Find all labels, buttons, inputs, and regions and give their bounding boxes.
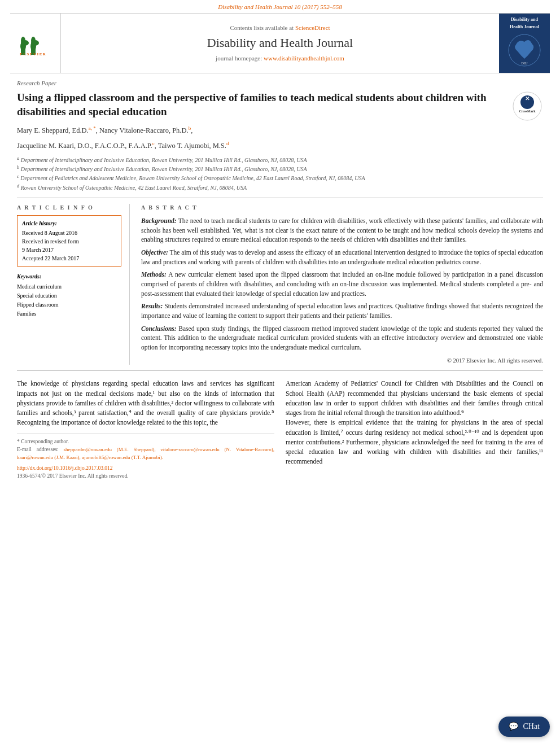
footnotes: * Corresponding author. E-mail addresses… [17, 434, 274, 480]
keyword-item: Medical curriculum [17, 282, 121, 291]
affiliation-item: c Department of Pediatrics and Adolescen… [17, 173, 543, 182]
abstract-panel: A B S T R A C T Background: The need to … [141, 204, 543, 365]
chat-icon: 💬 [509, 721, 518, 732]
journal-title: Disability and Health Journal [207, 34, 353, 52]
article-info-title: A R T I C L E I N F O [17, 204, 121, 212]
body-paragraph: However, there is empirical evidence tha… [286, 418, 543, 466]
svg-text:ELSEVIER: ELSEVIER [20, 52, 46, 56]
article-info-panel: A R T I C L E I N F O Article history: R… [17, 204, 130, 365]
journal-homepage: journal homepage: www.disabilityandhealt… [216, 54, 344, 63]
copyright-notice: © 2017 Elsevier Inc. All rights reserved… [141, 357, 543, 365]
body-paragraph: American Academy of Pediatrics' Council … [286, 379, 543, 418]
affiliation-item: b Department of Interdisciplinary and In… [17, 164, 543, 173]
issn-line: 1936-6574/© 2017 Elsevier Inc. All right… [17, 472, 274, 480]
affiliation-item: d Rowan University School of Osteopathic… [17, 183, 543, 192]
elsevier-logo-area: ELSEVIER [10, 14, 61, 72]
divider-1 [17, 198, 543, 198]
svg-point-3 [21, 40, 29, 46]
keyword-item: Families [17, 309, 121, 318]
paper-title: Using a flipped classroom and the perspe… [17, 91, 543, 119]
authors-line2: Jacqueline M. Kaari, D.O., F.A.C.O.P., F… [17, 139, 543, 151]
abstract-title: A B S T R A C T [141, 204, 543, 212]
svg-text:✕: ✕ [525, 95, 530, 102]
doi-line: http://dx.doi.org/10.1016/j.dhjo.2017.03… [17, 464, 274, 472]
article-history-box: Article history: Received 8 August 2016 … [17, 215, 121, 267]
divider-2 [17, 370, 543, 371]
keyword-item: Special education [17, 291, 121, 300]
body-col2: American Academy of Pediatrics' Council … [286, 379, 543, 480]
journal-homepage-link[interactable]: www.disabilityandhealthjnl.com [264, 55, 344, 62]
chat-button[interactable]: 💬 CHat [498, 717, 550, 737]
crossmark-badge[interactable]: ✕ CrossMark [512, 91, 543, 122]
authors-line1: Mary E. Sheppard, Ed.D.a, *, Nancy Vital… [17, 124, 543, 136]
body-col1: The knowledge of physicians regarding sp… [17, 379, 274, 480]
affiliation-item: a Department of Interdisciplinary and In… [17, 155, 543, 164]
sciencedirect-link[interactable]: ScienceDirect [295, 24, 330, 31]
chat-label: CHat [523, 721, 540, 732]
journal-header-center: Contents lists available at ScienceDirec… [61, 14, 499, 72]
paper-type-label: Research Paper [17, 79, 543, 88]
dhj-logo-box: Disability and Health Journal DHJ [499, 14, 550, 72]
keywords-section: Keywords: Medical curriculumSpecial educ… [17, 272, 121, 318]
svg-text:CrossMark: CrossMark [519, 110, 536, 113]
abstract-body: Background: The need to teach medical st… [141, 216, 543, 352]
svg-point-7 [31, 40, 39, 46]
keyword-item: Flipped classroom [17, 300, 121, 309]
journal-citation: Disability and Health Journal 10 (2017) … [0, 0, 560, 13]
svg-text:DHJ: DHJ [521, 62, 528, 65]
affiliations: a Department of Interdisciplinary and In… [17, 155, 543, 192]
sciencedirect-info: Contents lists available at ScienceDirec… [230, 24, 330, 32]
